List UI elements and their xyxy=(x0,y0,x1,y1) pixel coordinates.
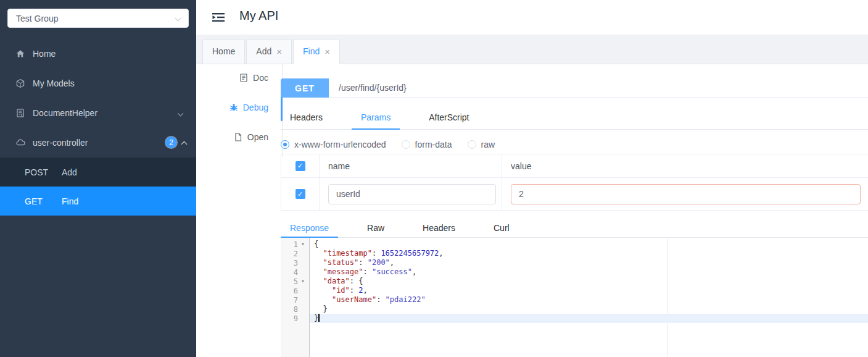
page-tabs: Home Add × Find × xyxy=(196,35,868,64)
tab-raw[interactable]: Raw xyxy=(358,218,394,237)
close-icon[interactable]: × xyxy=(324,47,330,56)
gutter-line: 3 xyxy=(281,258,309,267)
tab-label: Home xyxy=(212,40,235,64)
tab-label: Add xyxy=(256,40,271,64)
method-label: GET xyxy=(25,196,62,206)
page-title: My API xyxy=(239,9,278,23)
debug-panel: GET Headers Params AfterScript x-www-for… xyxy=(281,78,868,357)
select-all-checkbox[interactable]: ✓ xyxy=(296,161,305,171)
line-number: 4 xyxy=(281,268,298,277)
gutter-line: 5▾ xyxy=(281,277,309,286)
param-name-input[interactable] xyxy=(328,184,496,204)
app-window: Test Group Home My Models DocumentHe xyxy=(0,0,868,357)
sidebar-item-label: DocumentHelper xyxy=(33,108,97,118)
bug-icon xyxy=(229,103,238,112)
tab-open[interactable]: Open xyxy=(213,124,282,151)
chevron-up-icon xyxy=(181,141,188,148)
chevron-down-icon xyxy=(178,111,184,117)
sidebar-item-home[interactable]: Home xyxy=(0,39,196,69)
line-number: 3 xyxy=(281,259,298,267)
tab-response-headers[interactable]: Headers xyxy=(413,218,465,237)
tab-add[interactable]: Add × xyxy=(246,39,292,64)
doc-icon xyxy=(239,74,248,82)
sidebar-submenu: POST Add GET Find xyxy=(0,158,196,216)
tab-find[interactable]: Find × xyxy=(293,39,340,64)
line-number: 7 xyxy=(281,296,298,304)
sidebar-item-my-models[interactable]: My Models xyxy=(0,69,196,98)
close-icon[interactable]: × xyxy=(276,47,282,56)
tab-label: Doc xyxy=(253,73,268,83)
tab-label: Debug xyxy=(243,103,268,112)
api-name-label: Find xyxy=(62,196,78,206)
sidebar-subitem-find[interactable]: GET Find xyxy=(0,187,196,216)
line-number: 6 xyxy=(281,287,298,295)
main-area: My API Home Add × Find × Doc xyxy=(196,0,868,357)
line-number: 2 xyxy=(281,250,298,258)
radio-label: raw xyxy=(481,140,495,149)
response-section-tabs: Response Raw Headers Curl xyxy=(281,218,868,238)
gutter-line: 2 xyxy=(281,249,309,258)
table-row: ✓ xyxy=(281,178,868,210)
sidebar-subitem-add[interactable]: POST Add xyxy=(0,158,196,187)
models-icon xyxy=(15,78,25,88)
sidebar-item-label: Home xyxy=(33,49,56,59)
tab-home[interactable]: Home xyxy=(202,39,245,64)
view-mode-tabs: Doc Debug Open xyxy=(213,64,282,153)
sidebar: Test Group Home My Models DocumentHe xyxy=(0,0,196,357)
row-checkbox[interactable]: ✓ xyxy=(296,189,305,199)
tab-headers[interactable]: Headers xyxy=(281,106,332,129)
tab-curl[interactable]: Curl xyxy=(484,218,519,237)
gutter-line: 4 xyxy=(281,267,309,277)
menu-fold-icon[interactable] xyxy=(211,10,226,24)
tab-afterscript[interactable]: AfterScript xyxy=(420,106,478,129)
param-value-input[interactable] xyxy=(511,184,861,204)
cloud-icon xyxy=(15,138,25,148)
code-line: { xyxy=(310,240,868,249)
group-select-value: Test Group xyxy=(16,14,58,23)
response-editor[interactable]: 1▾2345▾6789 { "timestamp": 1652245657972… xyxy=(281,238,868,357)
tab-label: Open xyxy=(247,132,268,142)
tab-label: Find xyxy=(303,40,320,64)
gutter-line: 6 xyxy=(281,286,309,295)
code-line: } xyxy=(310,314,868,323)
text-cursor xyxy=(318,314,320,322)
tab-response[interactable]: Response xyxy=(281,218,338,237)
fold-icon[interactable]: ▾ xyxy=(298,277,308,286)
method-label: POST xyxy=(25,167,62,177)
sidebar-item-user-controller[interactable]: user-controller 2 xyxy=(0,128,196,158)
code-line: "timestamp": 1652245657972, xyxy=(310,249,868,258)
chevron-down-icon xyxy=(175,15,181,22)
gutter-line: 9 xyxy=(281,314,309,323)
document-icon xyxy=(15,108,25,118)
line-number: 8 xyxy=(281,305,298,314)
radio-icon xyxy=(468,140,476,149)
editor-gutter: 1▾2345▾6789 xyxy=(281,238,310,357)
body-type-radios: x-www-form-urlencoded form-data raw xyxy=(281,136,868,153)
code-line: "userName": "pdai222" xyxy=(310,295,868,304)
home-icon xyxy=(15,49,25,59)
radio-label: form-data xyxy=(415,140,452,149)
editor-code: { "timestamp": 1652245657972, "status": … xyxy=(310,238,868,357)
request-section-tabs: Headers Params AfterScript xyxy=(281,106,868,130)
radio-form-data[interactable]: form-data xyxy=(402,140,452,149)
line-number: 5 xyxy=(281,277,298,286)
top-bar: My API xyxy=(196,0,868,35)
radio-raw[interactable]: raw xyxy=(468,140,495,149)
send-request-button[interactable]: GET xyxy=(281,78,329,98)
request-url-input[interactable] xyxy=(329,78,868,98)
open-icon xyxy=(234,133,242,141)
gutter-line: 7 xyxy=(281,295,309,304)
fold-icon[interactable]: ▾ xyxy=(298,240,308,249)
sidebar-menu: Home My Models DocumentHelper user-con xyxy=(0,39,196,158)
radio-x-www-form-urlencoded[interactable]: x-www-form-urlencoded xyxy=(281,140,386,149)
gutter-line: 8 xyxy=(281,304,309,314)
sidebar-item-label: My Models xyxy=(33,78,75,88)
code-line: "id": 2, xyxy=(310,286,868,295)
tab-params[interactable]: Params xyxy=(352,106,400,129)
sidebar-item-documenthelper[interactable]: DocumentHelper xyxy=(0,98,196,128)
group-select[interactable]: Test Group xyxy=(7,9,189,28)
tab-doc[interactable]: Doc xyxy=(213,64,282,91)
params-table: ✓ name value ✓ xyxy=(281,154,868,211)
tab-debug[interactable]: Debug xyxy=(213,94,282,121)
column-header-name: name xyxy=(328,161,350,171)
